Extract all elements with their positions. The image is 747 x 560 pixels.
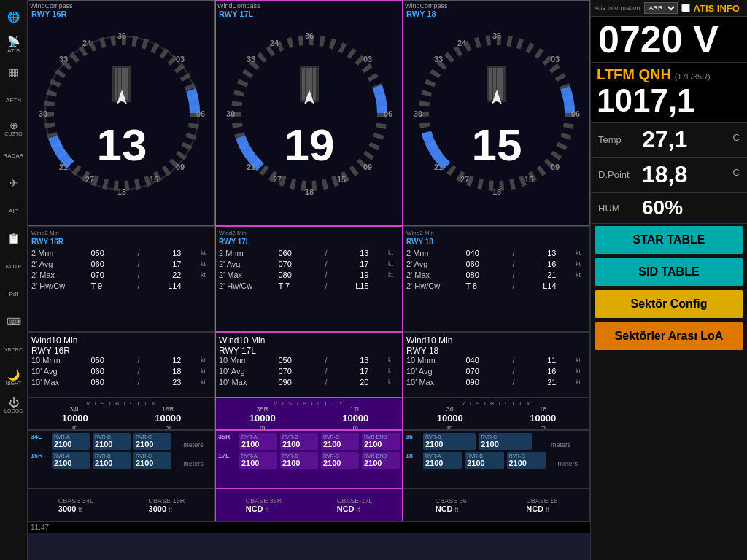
cbase-panel-1: CBASE 34L 3000 ft CBASE 16R 3000 ft: [28, 489, 215, 521]
rvr-18-c: RVR-C 2100: [507, 452, 546, 469]
vis-entry-36: 36 10000 m: [437, 405, 463, 431]
svg-text:18: 18: [117, 187, 125, 196]
svg-text:21: 21: [246, 163, 255, 171]
compass-panel-2: WindCompass RWY 17L 36 03: [215, 0, 403, 226]
sidebar-keyboard[interactable]: ⌨: [1, 308, 26, 335]
list-icon: ▦: [9, 66, 18, 78]
wind10-section: Wind10 Min RWY 16R 10 Mnm 050 / 12 kt 10…: [28, 332, 590, 397]
sidebar-globe[interactable]: 🌐: [1, 4, 26, 30]
vis-panel2-inner: V I S I B I L I T Y 35R 10000 m 17L 1000…: [216, 398, 402, 429]
atis-checkbox[interactable]: [681, 4, 690, 12]
wind2-row-1-4: 2' Hw/Cw T 9 / L14: [31, 281, 212, 290]
cbase-17l: CBASE-17L NCD ft: [337, 497, 373, 513]
custom-icon: ⊕: [9, 120, 18, 131]
wind10-row-1-2: 10' Avg 060 / 18 kt: [31, 367, 212, 376]
svg-text:36: 36: [117, 31, 125, 40]
sidebar-yborc[interactable]: YBORC: [1, 336, 26, 362]
rvr-16r-c: RVR-C 2100: [133, 452, 171, 469]
sektor-config-button[interactable]: Sektör Config: [595, 290, 743, 318]
temp-unit: C: [733, 132, 740, 143]
rvr-section: 34L RVR-A 2100 RVR-B 2100 RVR-C 2100 met…: [28, 430, 590, 489]
sidebar-pdf[interactable]: Pdf: [1, 281, 26, 307]
aftn-label: AFTN: [6, 97, 21, 104]
rvr-35r-b: RVR-B 2100: [280, 433, 318, 450]
rvr-34l-meters: meters: [174, 433, 212, 450]
main-content: WindCompass RWY 16R: [28, 0, 590, 560]
rvr-35r-end: RVR END 2100: [362, 433, 400, 450]
dpoint-value: 18,8: [642, 161, 733, 188]
svg-rect-5: [115, 68, 117, 100]
wind2-panel2-rwy: RWY 17L: [219, 238, 399, 246]
logout-label: LOGOS: [4, 408, 23, 413]
wind2-row-2-4: 2' Hw/Cw T 7 / L15: [219, 281, 399, 290]
svg-text:19: 19: [284, 120, 334, 170]
compass2-rwy: RWY 17L: [219, 9, 253, 18]
sidebar-custom[interactable]: ⊕ CUSTO: [1, 114, 26, 141]
star-table-button[interactable]: STAR TABLE: [595, 226, 743, 254]
svg-text:24: 24: [269, 39, 279, 47]
sidebar-logout[interactable]: ⏻ LOGOS: [1, 392, 26, 418]
cbase-16r: CBASE 16R 3000 ft: [149, 497, 185, 513]
temp-label: Temp: [598, 134, 642, 145]
sidebar-night[interactable]: 🌙 NIGHT: [1, 364, 26, 390]
vis-entry-35r: 35R 10000 m: [249, 405, 276, 431]
svg-text:21: 21: [58, 163, 67, 171]
clock-display: 11:47: [31, 524, 49, 532]
svg-text:15: 15: [471, 120, 522, 170]
cbase-panel-3: CBASE 36 NCD ft CBASE 18 NCD ft: [403, 489, 590, 521]
svg-text:33: 33: [433, 55, 442, 63]
svg-text:24: 24: [82, 39, 91, 47]
wind10-panel1-rwy: RWY 16R: [31, 346, 212, 356]
sidebar-radar[interactable]: RADAR: [1, 142, 26, 168]
rvr-rwy-34l: 34L: [31, 433, 49, 450]
svg-text:03: 03: [175, 55, 184, 63]
rvr-35r-a: RVR-A 2100: [239, 433, 277, 450]
svg-text:13: 13: [96, 120, 147, 170]
sektorler-arasi-button[interactable]: Sektörler Arası LoA: [595, 322, 743, 350]
wind2-row-2-2: 2' Avg 070 / 17 kt: [219, 260, 399, 268]
wind2-panel-3: Wind2 Min RWY 18 2 Mnm 040 / 13 kt 2' Av…: [403, 226, 590, 332]
rvr-rwy-35r: 35R: [218, 433, 236, 450]
sidebar-aftn[interactable]: AFTN: [1, 87, 26, 113]
rvr-row-36: 36 RVR-B 2100 RVR-C 2100 meters: [406, 433, 587, 450]
vis-entry-34l: 34L 10000 m: [62, 405, 88, 431]
logout-icon: ⏻: [9, 397, 19, 408]
cbase-panel1-inner: CBASE 34L 3000 ft CBASE 16R 3000 ft: [31, 491, 212, 518]
sid-table-button[interactable]: SID TABLE: [595, 258, 743, 286]
sidebar-note-icon[interactable]: 📋: [1, 225, 26, 252]
cbase-35r-val-row: NCD ft: [246, 505, 282, 513]
keyboard-icon: ⌨: [7, 316, 21, 327]
note-icon: 📋: [7, 233, 20, 244]
svg-text:27: 27: [460, 175, 468, 184]
svg-text:36: 36: [304, 31, 313, 40]
rvr-rwy-17l: 17L: [218, 452, 236, 469]
sidebar-list[interactable]: ▦: [1, 59, 26, 85]
svg-text:30: 30: [413, 109, 422, 118]
night-icon: 🌙: [7, 369, 20, 381]
rvr-row-16r: 16R RVR-A 2100 RVR-B 2100 RVR-C 2100 met…: [31, 452, 212, 469]
rvr-panel-1: 34L RVR-A 2100 RVR-B 2100 RVR-C 2100 met…: [28, 430, 215, 489]
sidebar-plane[interactable]: ✈: [1, 170, 26, 196]
svg-text:30: 30: [38, 109, 47, 118]
svg-text:15: 15: [336, 175, 345, 184]
atis-arr-select[interactable]: ARR: [644, 2, 678, 14]
wind10-panel3-rwy: RWY 18: [406, 346, 587, 356]
rvr-17l-c: RVR-C 2100: [321, 452, 359, 469]
sidebar-aip[interactable]: AIP: [1, 198, 26, 224]
sidebar-atis[interactable]: 📡 ATIS: [1, 31, 26, 58]
qnh-box: LTFM QNH (17L/35R) 1017,1: [591, 63, 747, 122]
sidebar-note[interactable]: NOTE: [1, 253, 26, 279]
compass-row: WindCompass RWY 16R: [28, 0, 590, 226]
vis-panel3-header: V I S I B I L I T Y: [403, 400, 589, 407]
rvr-rwy-16r: 16R: [31, 452, 49, 469]
wind10-panel2-header: Wind10 Min: [219, 335, 399, 346]
visibility-section: V I S I B I L I T Y 34L 10000 m 16R 1000…: [28, 397, 590, 430]
wind10-row-3-3: 10' Max 090 / 21 kt: [406, 378, 587, 386]
svg-rect-26: [302, 68, 305, 100]
wind2-panel1-header: Wind2 Min: [31, 230, 212, 236]
rvr-36-c: RVR-C 2100: [479, 433, 531, 450]
svg-text:03: 03: [363, 55, 371, 63]
svg-text:24: 24: [457, 39, 466, 47]
wind2-panel1-rwy: RWY 16R: [31, 238, 212, 246]
compass-panel-1: WindCompass RWY 16R: [28, 0, 215, 226]
